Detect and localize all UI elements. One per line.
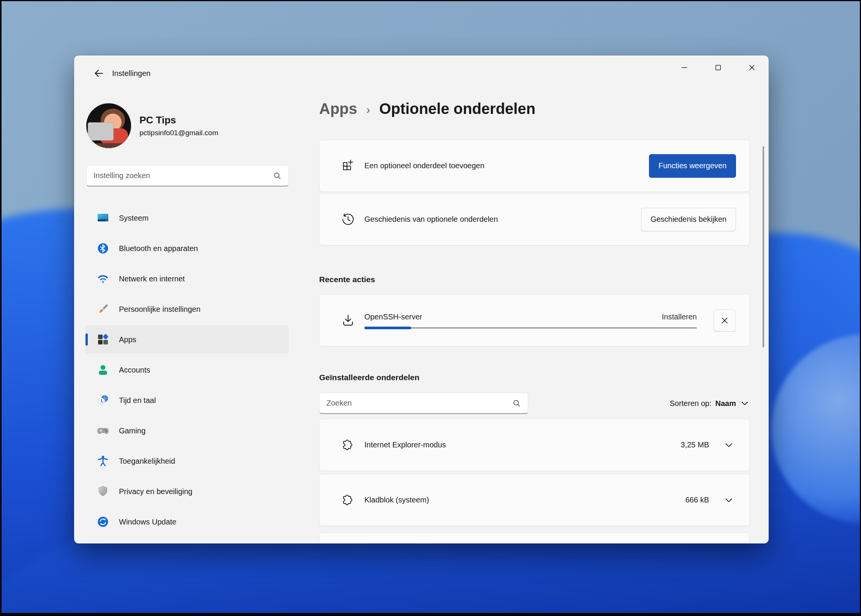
installed-list-header: Sorteren op: Naam (319, 393, 750, 414)
sidebar-item-label: Apps (119, 335, 136, 344)
settings-search[interactable] (86, 165, 289, 186)
chevron-down-icon (740, 398, 750, 408)
sidebar-item-label: Toegankelijkheid (119, 457, 175, 466)
sidebar-item-accounts[interactable]: Accounts (85, 356, 289, 384)
sidebar-item-windows-update[interactable]: Windows Update (85, 508, 289, 536)
back-button[interactable] (90, 65, 108, 81)
history-icon (340, 212, 356, 227)
optional-feature-history-card: Geschiedenis van optionele onderdelen Ge… (319, 193, 750, 245)
installed-features-heading: Geïnstalleerde onderdelen (319, 373, 419, 382)
sidebar-item-persoonlijke-instellingen[interactable]: Persoonlijke instellingen (85, 295, 289, 323)
accessibility-icon (96, 454, 110, 468)
chevron-down-icon[interactable] (723, 440, 734, 450)
scrollbar[interactable] (763, 146, 764, 347)
user-profile[interactable]: PC Tips pctipsinfo01@gmail.com (86, 103, 218, 148)
bluetooth-icon (96, 242, 110, 255)
feature-name: Kladblok (systeem) (364, 496, 685, 504)
sidebar-item-label: Netwerk en internet (119, 275, 185, 283)
settings-search-input[interactable] (93, 171, 272, 180)
recent-item-status: Installeren (662, 313, 697, 321)
sidebar-item-netwerk[interactable]: Netwerk en internet (85, 265, 289, 293)
personalization-icon (96, 302, 110, 316)
avatar (86, 103, 131, 148)
feature-name: Internet Explorer-modus (364, 441, 681, 449)
sort-label: Sorteren op: (669, 399, 711, 408)
add-feature-label: Een optioneel onderdeel toevoegen (364, 161, 649, 170)
feature-size: 3,25 MB (681, 441, 709, 449)
profile-email: pctipsinfo01@gmail.com (139, 129, 218, 137)
feature-row-kladblok[interactable]: Kladblok (systeem) 666 kB (319, 474, 750, 526)
sidebar-item-label: Windows Update (119, 518, 176, 526)
time-language-icon (96, 393, 110, 407)
download-icon (340, 313, 356, 328)
sidebar-item-systeem[interactable]: Systeem (85, 204, 289, 232)
recent-action-card: OpenSSH-server Installeren (319, 294, 750, 346)
add-optional-feature-card: Een optioneel onderdeel toevoegen Functi… (319, 140, 750, 192)
puzzle-icon (340, 493, 354, 507)
page-title: Optionele onderdelen (379, 100, 535, 117)
feature-row-internet-explorer-modus[interactable]: Internet Explorer-modus 3,25 MB (319, 419, 750, 471)
cancel-install-button[interactable] (714, 310, 736, 332)
sort-value: Naam (715, 399, 736, 408)
profile-name: PC Tips (139, 114, 218, 126)
view-features-button[interactable]: Functies weergeven (649, 154, 736, 178)
close-icon (720, 316, 730, 325)
sidebar-item-gaming[interactable]: Gaming (85, 417, 289, 445)
sidebar-item-label: Privacy en beveiliging (119, 487, 192, 496)
view-history-button[interactable]: Geschiedenis bekijken (641, 208, 736, 231)
accounts-icon (96, 363, 110, 377)
sidebar-item-label: Bluetooth en apparaten (119, 244, 198, 253)
sidebar-item-tijd-en-taal[interactable]: Tijd en taal (85, 386, 289, 414)
system-icon (96, 211, 110, 225)
network-icon (96, 272, 110, 286)
breadcrumb: Apps › Optionele onderdelen (319, 100, 535, 117)
sidebar-item-toegankelijkheid[interactable]: Toegankelijkheid (85, 447, 289, 475)
search-icon (512, 398, 522, 408)
recent-item-name: OpenSSH-server (364, 313, 422, 321)
windows-update-icon (96, 515, 110, 529)
installed-search-input[interactable] (326, 399, 512, 408)
feature-row-partial[interactable] (319, 532, 750, 543)
progress-bar (364, 327, 697, 329)
selection-indicator (85, 333, 88, 346)
privacy-icon (96, 485, 110, 498)
breadcrumb-separator-icon: › (366, 103, 370, 116)
back-arrow-icon (93, 68, 104, 79)
settings-window: Instellingen PC (74, 55, 769, 543)
apps-icon (96, 333, 110, 346)
history-label: Geschiedenis van optionele onderdelen (364, 215, 641, 224)
sidebar-item-label: Gaming (119, 426, 146, 435)
window-title: Instellingen (112, 69, 150, 78)
sidebar-item-bluetooth[interactable]: Bluetooth en apparaten (85, 234, 289, 262)
sidebar-item-apps[interactable]: Apps (85, 325, 289, 354)
feature-size: 666 kB (685, 496, 709, 504)
installed-search[interactable] (319, 393, 528, 414)
breadcrumb-apps-link[interactable]: Apps (319, 100, 357, 117)
sidebar-item-label: Systeem (119, 214, 149, 223)
progress-fill (364, 327, 411, 329)
sidebar-item-label: Persoonlijke instellingen (119, 305, 201, 314)
sidebar-item-label: Accounts (119, 366, 150, 374)
sort-dropdown[interactable]: Sorteren op: Naam (669, 398, 750, 408)
recent-actions-heading: Recente acties (319, 275, 375, 284)
sidebar-item-privacy-en-beveiliging[interactable]: Privacy en beveiliging (85, 477, 289, 505)
search-icon (272, 171, 282, 181)
puzzle-icon (340, 438, 354, 452)
chevron-down-icon[interactable] (723, 495, 734, 505)
main-content: Apps › Optionele onderdelen Een optionee… (319, 55, 750, 543)
sidebar-item-label: Tijd en taal (119, 396, 156, 405)
add-feature-icon (340, 158, 356, 174)
gaming-icon (96, 424, 110, 438)
sidebar-nav: Systeem Bluetooth en apparaten Netwerk e… (85, 204, 289, 538)
